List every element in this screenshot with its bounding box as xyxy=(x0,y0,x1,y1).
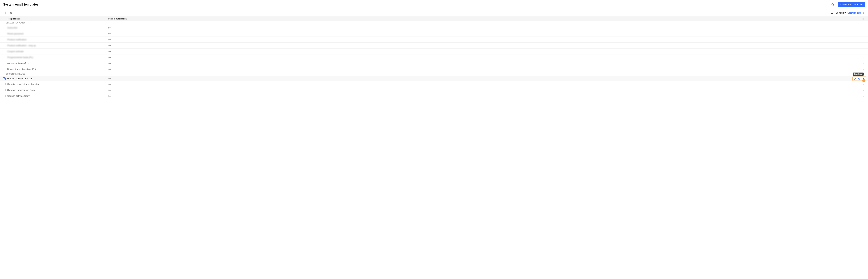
row-used-in-automation: no xyxy=(108,32,860,35)
select-all-checkbox[interactable] xyxy=(3,12,6,14)
more-icon xyxy=(861,40,864,40)
svg-point-25 xyxy=(862,63,862,64)
row-name: Synerise newsletter confirmation xyxy=(7,83,108,85)
row-more-button[interactable] xyxy=(861,44,865,47)
duplicate-button[interactable] xyxy=(858,77,861,80)
create-template-button[interactable]: Create e-mail template xyxy=(838,2,865,7)
more-icon xyxy=(861,46,864,46)
more-icon xyxy=(861,57,864,58)
row-used-in-automation: no xyxy=(108,62,860,64)
row-used-in-automation: no xyxy=(108,44,860,47)
row-name: Coupon activate Copy xyxy=(7,94,108,97)
close-icon xyxy=(9,11,12,15)
table-row[interactable]: Subscribeno xyxy=(0,25,868,31)
row-more-button[interactable] xyxy=(861,56,865,59)
edit-button[interactable] xyxy=(854,77,856,80)
section-default-templates: DEFAULT TEMPLATES xyxy=(0,21,868,25)
table-row[interactable]: Product notificationno xyxy=(0,37,868,43)
table-row[interactable]: Synerise Subscription Copyno xyxy=(0,87,868,93)
row-more-button[interactable] xyxy=(861,26,865,29)
svg-point-43 xyxy=(864,96,864,96)
row-more-button[interactable] xyxy=(861,62,865,65)
search-button[interactable] xyxy=(831,2,835,7)
section-custom-templates: CUSTOM TEMPLATES xyxy=(0,72,868,76)
row-actions-cell xyxy=(860,44,865,47)
row-more-button[interactable] xyxy=(861,94,865,97)
table-row[interactable]: Product notification CopynoDuplicate1 xyxy=(0,76,868,81)
table-row[interactable]: Coupon activate Copyno xyxy=(0,93,868,99)
table-row[interactable]: Aktywacja konta (PL)no xyxy=(0,60,868,66)
sorted-by-label: Sorted by: xyxy=(836,12,846,14)
svg-point-9 xyxy=(864,28,864,28)
row-name: Subscribe xyxy=(7,26,108,29)
row-checkbox[interactable] xyxy=(3,89,6,91)
arrow-down-icon xyxy=(862,12,865,14)
row-used-in-automation: no xyxy=(108,89,860,91)
sort-field[interactable]: Creation date xyxy=(847,12,861,14)
row-actions-cell xyxy=(860,56,865,59)
svg-point-22 xyxy=(862,58,862,58)
more-icon xyxy=(861,34,864,34)
column-used-in-automation[interactable]: Used in automation xyxy=(108,18,865,20)
row-name: Synerise Subscription Copy xyxy=(7,89,108,91)
row-more-button[interactable] xyxy=(861,88,865,92)
row-checkbox-cell xyxy=(3,89,7,91)
pencil-icon xyxy=(854,77,856,80)
row-actions-cell xyxy=(860,32,865,35)
row-actions-cell xyxy=(860,26,865,29)
row-used-in-automation: no xyxy=(108,50,860,53)
row-used-in-automation: no xyxy=(108,77,860,80)
svg-point-21 xyxy=(864,52,864,52)
table-row[interactable]: Coupon activateno xyxy=(0,49,868,54)
page-title: System email templates xyxy=(3,3,39,6)
svg-point-20 xyxy=(863,52,863,52)
more-icon xyxy=(861,90,864,91)
sort-direction-button[interactable] xyxy=(862,12,865,14)
svg-point-11 xyxy=(863,34,863,34)
row-checkbox[interactable] xyxy=(3,83,6,85)
row-more-button[interactable] xyxy=(861,38,865,41)
table-row[interactable]: Reset passwordno xyxy=(0,31,868,37)
svg-point-27 xyxy=(864,63,864,64)
row-checkbox-cell xyxy=(3,77,7,80)
row-checkbox[interactable] xyxy=(3,95,6,97)
row-actions-cell xyxy=(860,82,865,86)
column-settings-button[interactable] xyxy=(861,17,865,21)
page-header: System email templates Create e-mail tem… xyxy=(0,0,868,9)
row-action-box: Duplicate1 xyxy=(852,77,866,81)
table-row[interactable]: Newsletter confirmation (PL)no xyxy=(0,66,868,72)
row-more-button[interactable] xyxy=(861,32,865,35)
table-row[interactable]: Product notification - sing upno xyxy=(0,43,868,49)
svg-point-7 xyxy=(862,28,862,28)
row-checkbox[interactable] xyxy=(3,77,6,80)
svg-point-30 xyxy=(864,69,864,70)
default-templates-list: SubscribenoReset passwordnoProduct notif… xyxy=(0,25,868,72)
column-template-mail[interactable]: Template mail xyxy=(7,18,108,20)
row-name: Newsletter confirmation (PL) xyxy=(7,68,108,71)
svg-point-23 xyxy=(863,58,863,58)
row-used-in-automation: no xyxy=(108,26,860,29)
svg-point-0 xyxy=(832,3,834,5)
row-used-in-automation: no xyxy=(108,83,860,85)
more-icon xyxy=(861,52,864,52)
search-icon xyxy=(831,3,834,6)
svg-point-16 xyxy=(862,46,862,46)
tooltip-duplicate: Duplicate xyxy=(853,73,864,76)
table-row[interactable]: Synerise newsletter confirmationno xyxy=(0,81,868,87)
svg-point-19 xyxy=(862,52,862,52)
duplicate-icon xyxy=(858,77,861,80)
clear-selection-button[interactable] xyxy=(9,10,13,15)
more-icon xyxy=(861,84,864,85)
table-row[interactable]: Przypomnienie hasła (PL)no xyxy=(0,54,868,60)
svg-point-42 xyxy=(863,96,863,96)
svg-point-37 xyxy=(864,84,864,85)
row-more-button[interactable] xyxy=(861,67,865,71)
row-more-button[interactable] xyxy=(861,82,865,86)
svg-point-15 xyxy=(864,40,864,40)
svg-point-24 xyxy=(864,58,864,58)
svg-line-1 xyxy=(833,5,834,5)
row-actions-cell xyxy=(860,62,865,65)
row-name: Aktywacja konta (PL) xyxy=(7,62,108,64)
row-more-button[interactable] xyxy=(861,50,865,53)
column-header-row: Template mail Used in automation xyxy=(0,17,868,21)
